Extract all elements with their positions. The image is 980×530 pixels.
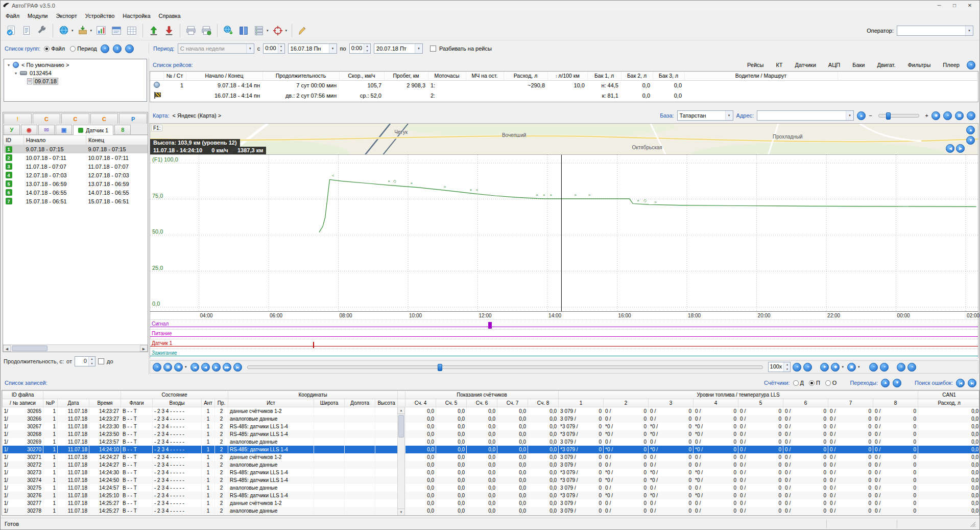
chevron-down-icon[interactable]: ▾ — [846, 111, 853, 120]
maximize-button[interactable]: □ — [947, 1, 962, 10]
map-photo-button[interactable]: ◉ — [931, 111, 940, 120]
records-col-header[interactable]: Высота — [375, 399, 398, 407]
zoom-out-label[interactable]: − — [869, 112, 872, 119]
trips-col-9[interactable]: ↕л/100 км — [547, 72, 587, 80]
map-pan-up-button[interactable]: ▲ — [966, 126, 975, 134]
map-pan-down-button[interactable]: ▼ — [966, 136, 975, 145]
playback-last-button[interactable]: ▶| — [233, 363, 242, 372]
chevron-down-icon[interactable]: ▾ — [267, 29, 269, 33]
new-document-icon[interactable] — [19, 23, 34, 38]
trips-col-10[interactable]: Бак 1, л — [587, 72, 621, 80]
chart-icon[interactable] — [93, 23, 109, 38]
sensor-tab-r2-2[interactable]: ◉ — [21, 125, 37, 134]
resize-grip[interactable] — [969, 521, 975, 527]
map-provider-selector[interactable]: < Яндекс (Карта) > — [173, 112, 222, 119]
trips-col-7[interactable]: МЧ на ост. — [466, 72, 504, 80]
chevron-down-icon[interactable]: ▾ — [842, 365, 844, 369]
records-col-header[interactable]: Сч. 4 — [405, 399, 436, 407]
record-row[interactable]: 1/30267111.07.1814:23:30В - - Т- 2 3 4 -… — [3, 423, 980, 430]
print-setup-icon[interactable] — [199, 23, 214, 38]
chart-panes-button[interactable]: ▣ — [847, 363, 856, 372]
sensor-col-header[interactable]: ID — [4, 136, 24, 145]
records-col-header[interactable]: Расход, л — [918, 399, 979, 407]
spin-down-icon[interactable]: ▼ — [364, 49, 370, 53]
view-tab-Фильтры[interactable]: Фильтры — [907, 62, 930, 68]
transition-down-button[interactable]: ▼ — [893, 379, 901, 387]
sensor-row[interactable]: 715.07.18 - 06:5115.07.18 - 06:51 — [4, 197, 148, 205]
records-col-header[interactable]: Сч. 5 — [436, 399, 467, 407]
signature-icon[interactable] — [295, 23, 310, 38]
zoom-in-label[interactable]: + — [925, 112, 928, 119]
chart-page-forward-button[interactable]: » — [803, 363, 812, 372]
chevron-down-icon[interactable]: ▾ — [185, 365, 187, 369]
sensor-tab-r1-2[interactable]: С — [33, 113, 61, 124]
chart-visibility-button[interactable]: ◉ — [174, 363, 183, 372]
records-col-header[interactable]: Сч. 8 — [528, 399, 559, 407]
records-col-header[interactable] — [398, 399, 405, 407]
records-col-header[interactable]: Широта — [314, 399, 345, 407]
export-icon[interactable] — [75, 23, 90, 38]
record-row[interactable]: 1/30274111.07.1814:24:50В - - Т- 2 3 4 -… — [3, 476, 980, 484]
period-preset-combobox[interactable]: С начала недели▾ — [178, 43, 254, 54]
records-col-header[interactable]: 6 — [783, 399, 828, 407]
log-book-icon[interactable] — [236, 23, 251, 38]
duration-from-spinner[interactable]: 0▲▼ — [75, 356, 95, 366]
menu-item-3[interactable]: Экспорт — [52, 12, 81, 20]
counter-mode-О[interactable]: О — [825, 380, 837, 386]
tree-expander-icon[interactable]: ▾ — [13, 71, 18, 76]
chevron-down-icon[interactable]: ▾ — [285, 29, 288, 33]
record-row[interactable]: 1/30275111.07.1814:24:57В - - Т- 2 3 4 -… — [3, 484, 980, 492]
records-col-header[interactable]: №Р — [43, 399, 58, 407]
record-row[interactable]: 1/30277111.07.1814:25:27В - - Т- 2 3 4 -… — [3, 499, 980, 507]
scroll-right-icon[interactable]: ▶ — [140, 345, 148, 352]
counter-mode-П[interactable]: П — [809, 380, 820, 386]
groups-collapse-button[interactable]: « — [101, 44, 109, 53]
chart-grid-button[interactable]: ▦ — [163, 363, 172, 372]
sensor-row[interactable]: 513.07.18 - 06:5913.07.18 - 06:59 — [4, 179, 148, 188]
records-col-header[interactable]: Дата — [58, 399, 89, 407]
internet-icon[interactable] — [56, 23, 71, 38]
trips-col-3[interactable]: Продолжительность — [262, 72, 339, 80]
map-list-button[interactable]: ≡ — [943, 111, 952, 120]
record-row[interactable]: 1/30276111.07.1814:25:10В - - Т- 2 3 4 -… — [3, 492, 980, 499]
records-col-header[interactable]: Сч. 7 — [497, 399, 528, 407]
error-search-back-button[interactable]: |◀ — [956, 379, 965, 387]
trips-col-5[interactable]: Пробег, км — [384, 72, 428, 80]
chart-position-slider[interactable] — [247, 365, 763, 369]
slider-thumb[interactable] — [886, 112, 891, 120]
view-tab-КТ[interactable]: КТ — [776, 62, 782, 68]
trips-col-12[interactable]: Бак 3, л — [653, 72, 684, 80]
record-row[interactable]: 1/30278111.07.1814:25:27В - - Т- 2 3 4 -… — [3, 507, 980, 515]
trip-row[interactable]: 16.07.18 - 4:14 пндв.: 2 сут 07:56 минср… — [150, 90, 977, 101]
chevron-down-icon[interactable]: ▾ — [965, 26, 973, 35]
sensor-tab-8[interactable]: 8 — [114, 125, 131, 134]
scroll-left-icon[interactable]: ◀ — [3, 345, 11, 352]
record-row[interactable]: 1/30272111.07.1814:24:27В - - Т- 2 3 4 -… — [3, 461, 980, 469]
tree-expander-icon[interactable]: ▾ — [6, 63, 11, 67]
to-date-combobox[interactable]: 20.07.18 Пт▾ — [374, 43, 423, 54]
trips-col-8[interactable]: Расход, л — [504, 72, 547, 80]
record-row[interactable]: 1/30265111.07.1814:23:27В - - Т- 2 3 4 -… — [3, 407, 980, 415]
chevron-down-icon[interactable]: ▾ — [858, 365, 860, 369]
sensor-tab-r1-3[interactable]: С — [61, 113, 89, 124]
spin-down-icon[interactable]: ▼ — [784, 367, 790, 372]
spin-up-icon[interactable]: ▲ — [784, 362, 790, 367]
tab-datchik-1[interactable]: Датчик 1 — [73, 125, 113, 135]
groups-expand-button[interactable]: » — [125, 44, 134, 53]
map-address-combobox[interactable]: ▾ — [757, 110, 854, 121]
records-col-header[interactable]: 8 — [873, 399, 918, 407]
records-col-header[interactable]: Ант — [202, 399, 215, 407]
records-col-header[interactable]: Долгота — [345, 399, 375, 407]
sensor-row[interactable]: 210.07.18 - 07:1110.07.18 - 07:11 — [4, 153, 148, 162]
tree-item-< По умолчанию >[interactable]: ▾< По умолчанию > — [5, 61, 146, 69]
spin-down-icon[interactable]: ▼ — [89, 361, 95, 366]
scroll-down-icon[interactable]: ▼ — [398, 509, 404, 515]
trips-collapse-button[interactable]: « — [967, 61, 975, 70]
menu-item-2[interactable]: Модули — [23, 12, 52, 20]
slider-thumb[interactable] — [438, 364, 442, 371]
chevron-down-icon[interactable]: ▾ — [725, 111, 733, 120]
from-date-combobox[interactable]: 16.07.18 Пн▾ — [288, 43, 337, 54]
minimize-button[interactable]: ─ — [931, 1, 947, 10]
trip-row[interactable]: 19.07.18 - 4:14 пн7 сут 00:00 мин105,72 … — [150, 80, 977, 90]
records-col-header[interactable]: 4 — [694, 399, 738, 407]
